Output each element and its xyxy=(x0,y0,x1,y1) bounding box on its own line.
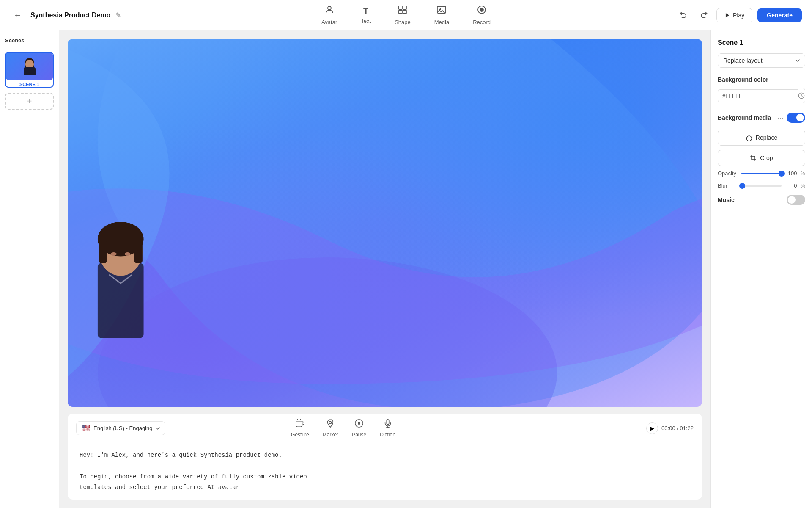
timer-text: 00:00 / 01:22 xyxy=(661,425,694,431)
svg-rect-2 xyxy=(403,6,406,9)
canvas-wave-svg xyxy=(68,39,702,407)
music-label: Music xyxy=(718,196,787,203)
pause-tool[interactable]: Pause xyxy=(352,419,366,438)
nav-label-text: Text xyxy=(361,18,371,24)
script-tools: Gesture Marker Pause xyxy=(291,419,395,438)
opacity-slider-row: Opacity 100 % xyxy=(718,170,805,177)
timer-display: ▶ 00:00 / 01:22 xyxy=(646,422,694,434)
layout-select[interactable]: Replace layout xyxy=(718,53,805,68)
bg-media-toggle[interactable] xyxy=(787,113,805,123)
nav-item-media[interactable]: Media xyxy=(431,3,453,27)
blur-value: 0 xyxy=(785,182,797,189)
nav-item-avatar[interactable]: Avatar xyxy=(318,3,340,27)
record-icon xyxy=(477,5,487,17)
language-select[interactable]: 🇺🇸 English (US) - Engaging xyxy=(76,421,165,435)
play-button[interactable]: Play xyxy=(716,8,752,22)
marker-label: Marker xyxy=(323,432,338,438)
script-line-3: templates and select your preferred AI a… xyxy=(80,482,690,493)
scene-heading: Scene 1 xyxy=(718,39,805,47)
topbar: ← Synthesia Product Demo ✎ Avatar T Text xyxy=(0,0,812,30)
undo-button[interactable] xyxy=(676,8,691,23)
marker-icon xyxy=(326,419,335,430)
svg-marker-9 xyxy=(726,13,729,17)
nav-label-media: Media xyxy=(434,19,449,25)
blur-label: Blur xyxy=(718,182,738,189)
project-title: Synthesia Product Demo xyxy=(30,11,110,19)
topbar-right: Play Generate xyxy=(676,8,802,23)
timer-play-button[interactable]: ▶ xyxy=(646,422,658,434)
crop-label: Crop xyxy=(760,155,773,161)
flag-icon: 🇺🇸 xyxy=(82,424,90,432)
text-icon: T xyxy=(363,6,368,16)
script-panel: 🇺🇸 English (US) - Engaging Gesture xyxy=(68,414,702,500)
gesture-tool[interactable]: Gesture xyxy=(291,419,309,438)
language-label: English (US) - Engaging xyxy=(93,425,152,431)
nav-item-shape[interactable]: Shape xyxy=(391,3,414,27)
opacity-slider-thumb[interactable] xyxy=(779,171,785,177)
music-toggle-slider xyxy=(787,195,805,205)
right-panel: Scene 1 Replace layout Background color … xyxy=(710,30,812,508)
svg-rect-14 xyxy=(99,240,107,263)
replace-icon xyxy=(746,134,752,141)
chevron-down-icon xyxy=(156,427,160,430)
nav-item-text[interactable]: T Text xyxy=(357,5,374,26)
music-row: Music xyxy=(718,195,805,205)
back-button[interactable]: ← xyxy=(10,8,25,23)
music-toggle[interactable] xyxy=(787,195,805,205)
color-input[interactable] xyxy=(718,89,798,102)
blur-slider-thumb[interactable] xyxy=(739,183,745,189)
nav-label-record: Record xyxy=(473,19,491,25)
edit-icon[interactable]: ✎ xyxy=(115,11,121,19)
diction-tool[interactable]: Diction xyxy=(380,419,395,438)
svg-rect-4 xyxy=(403,10,406,14)
svg-point-7 xyxy=(480,8,483,11)
scene-1-label: SCENE 1 xyxy=(6,82,53,87)
replace-button[interactable]: Replace xyxy=(718,130,805,146)
pause-icon xyxy=(354,419,364,430)
nav-label-avatar: Avatar xyxy=(321,19,337,25)
pause-label: Pause xyxy=(352,432,366,438)
crop-button[interactable]: Crop xyxy=(718,150,805,166)
scene-1-preview xyxy=(6,53,53,80)
scenes-title: Scenes xyxy=(5,37,54,44)
topbar-center: Avatar T Text Shape Media xyxy=(318,3,494,27)
diction-icon xyxy=(383,419,392,430)
color-picker-button[interactable] xyxy=(798,88,805,103)
color-row xyxy=(718,88,805,103)
bg-media-row: Background media ··· xyxy=(718,112,805,124)
gesture-label: Gesture xyxy=(291,432,309,438)
opacity-slider-fill xyxy=(741,173,782,174)
nav-item-record[interactable]: Record xyxy=(469,3,494,27)
redo-button[interactable] xyxy=(696,8,711,23)
svg-point-21 xyxy=(329,422,332,424)
play-label: Play xyxy=(733,12,744,19)
svg-point-0 xyxy=(328,6,331,10)
bg-media-label: Background media xyxy=(718,114,775,121)
marker-tool[interactable]: Marker xyxy=(323,419,338,438)
replace-label: Replace xyxy=(756,134,777,141)
gesture-icon xyxy=(295,419,304,430)
svg-rect-1 xyxy=(399,6,402,9)
diction-label: Diction xyxy=(380,432,395,438)
main-content: Scenes SCENE 1 + xyxy=(0,30,812,508)
background-color-label: Background color xyxy=(718,76,805,83)
bg-media-toggle-slider xyxy=(787,113,805,123)
blur-slider-row: Blur 0 % xyxy=(718,182,805,189)
canvas-wrapper[interactable] xyxy=(68,39,702,407)
generate-button[interactable]: Generate xyxy=(757,8,802,22)
svg-point-6 xyxy=(439,8,441,10)
blur-slider-track[interactable] xyxy=(741,185,782,187)
script-content[interactable]: Hey! I'm Alex, and here's a quick Synthe… xyxy=(68,443,702,500)
scene-1-thumb[interactable]: SCENE 1 xyxy=(5,52,54,88)
opacity-slider-track[interactable] xyxy=(741,173,782,174)
bg-media-dots-button[interactable]: ··· xyxy=(775,112,787,124)
svg-point-16 xyxy=(111,252,117,256)
opacity-value: 100 xyxy=(785,170,797,177)
canvas-area: 🇺🇸 English (US) - Engaging Gesture xyxy=(59,30,710,508)
opacity-label: Opacity xyxy=(718,170,738,177)
crop-icon xyxy=(750,155,757,161)
script-line-1: Hey! I'm Alex, and here's a quick Synthe… xyxy=(80,450,690,461)
add-scene-button[interactable]: + xyxy=(5,93,54,110)
shape-icon xyxy=(398,5,408,17)
media-icon xyxy=(436,5,447,17)
